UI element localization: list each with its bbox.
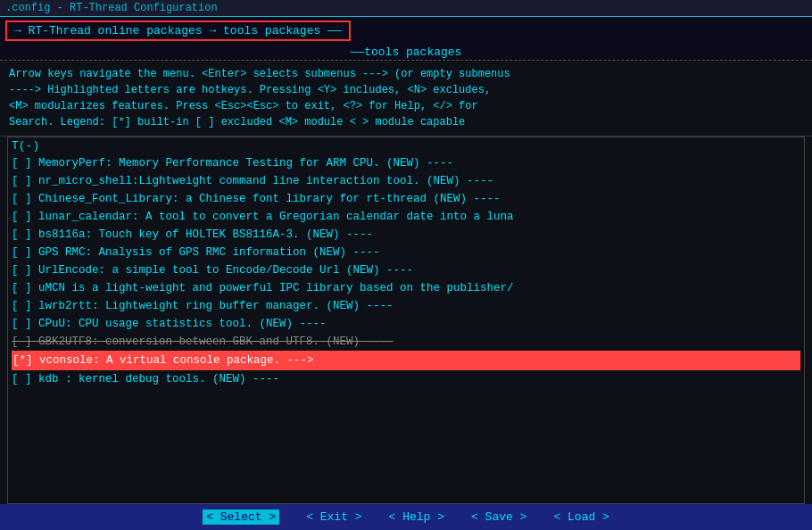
bottom-bar: < Select >< Exit >< Help >< Save >< Load… xyxy=(0,504,812,530)
menu-item[interactable]: [ ] GBK2UTF8: conversion between GBK and… xyxy=(12,333,800,351)
menu-item[interactable]: [ ] nr_micro_shell:Lightweight command l… xyxy=(12,172,800,190)
app-window: .config - RT-Thread Configuration → RT-T… xyxy=(0,0,812,530)
help-line-1: Arrow keys navigate the menu. <Enter> se… xyxy=(9,66,803,82)
main-content: T(-) [ ] MemoryPerf: Memory Performance … xyxy=(0,137,812,504)
bottom-btn-1[interactable]: < Exit > xyxy=(306,510,361,524)
menu-item[interactable]: [*] vconsole: A virtual console package.… xyxy=(12,351,800,370)
bottom-btn-4[interactable]: < Load > xyxy=(553,510,609,524)
menu-item[interactable]: [ ] Chinese_Font_Library: a Chinese font… xyxy=(12,190,800,208)
help-line-4: Search. Legend: [*] built-in [ ] exclude… xyxy=(9,114,803,130)
menu-header: T(-) xyxy=(8,137,804,154)
menu-item[interactable]: [ ] uMCN is a light-weight and powerful … xyxy=(12,279,800,297)
bottom-btn-0[interactable]: < Select > xyxy=(203,509,279,525)
bottom-btn-3[interactable]: < Save > xyxy=(471,510,526,524)
menu-item[interactable]: [ ] bs8116a: Touch key of HOLTEK BS8116A… xyxy=(12,226,800,244)
menu-item[interactable]: [ ] UrlEncode: a simple tool to Encode/D… xyxy=(12,261,800,279)
help-line-3: <M> modularizes features. Press <Esc><Es… xyxy=(9,98,803,114)
title-text: .config - RT-Thread Configuration xyxy=(5,2,218,14)
nav-row: → RT-Thread online packages → tools pack… xyxy=(0,17,812,45)
bottom-btn-2[interactable]: < Help > xyxy=(389,510,444,524)
nav-breadcrumb-text: → RT-Thread online packages → tools pack… xyxy=(14,24,342,37)
menu-item[interactable]: [ ] CPuU: CPU usage statistics tool. (NE… xyxy=(12,315,800,333)
menu-item[interactable]: [ ] lwrb2rtt: Lightweight ring buffer ma… xyxy=(12,297,800,315)
menu-items-list[interactable]: [ ] MemoryPerf: Memory Performance Testi… xyxy=(8,154,804,503)
help-text-area: Arrow keys navigate the menu. <Enter> se… xyxy=(0,61,812,137)
center-title: ——tools packages xyxy=(0,45,812,61)
nav-breadcrumb: → RT-Thread online packages → tools pack… xyxy=(5,21,351,41)
menu-item[interactable]: [ ] lunar_calendar: A tool to convert a … xyxy=(12,208,800,226)
title-bar: .config - RT-Thread Configuration xyxy=(0,0,812,17)
menu-item[interactable]: [ ] kdb : kernel debug tools. (NEW) ---- xyxy=(12,370,800,388)
menu-item[interactable]: [ ] GPS RMC: Analysis of GPS RMC informa… xyxy=(12,244,800,261)
menu-box: T(-) [ ] MemoryPerf: Memory Performance … xyxy=(7,137,805,504)
center-title-text: ——tools packages xyxy=(351,46,462,59)
help-line-2: ----> Highlighted letters are hotkeys. P… xyxy=(9,82,803,98)
menu-item[interactable]: [ ] MemoryPerf: Memory Performance Testi… xyxy=(12,154,800,172)
